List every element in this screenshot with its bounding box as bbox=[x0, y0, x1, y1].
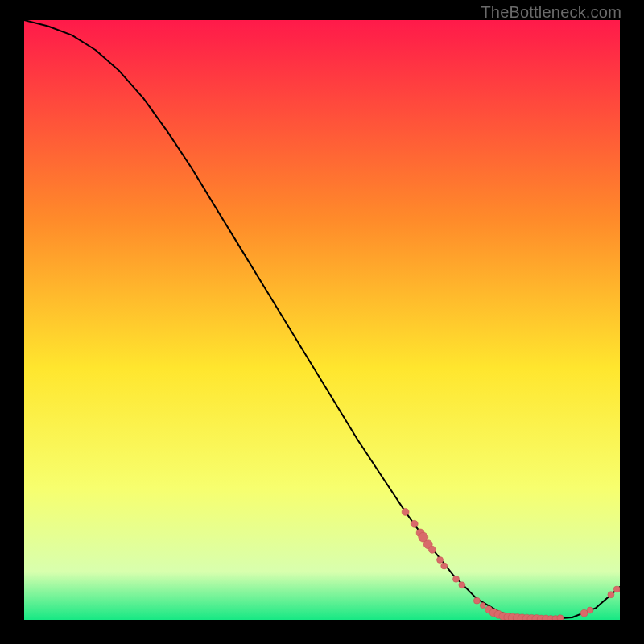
data-marker bbox=[613, 586, 620, 592]
chart-frame bbox=[24, 20, 620, 620]
data-marker bbox=[580, 609, 588, 617]
data-marker bbox=[473, 597, 480, 604]
bottleneck-chart bbox=[24, 20, 620, 620]
data-marker bbox=[437, 557, 444, 564]
data-marker bbox=[402, 508, 409, 515]
data-marker bbox=[428, 546, 436, 553]
data-marker bbox=[453, 576, 460, 582]
data-marker bbox=[441, 563, 448, 569]
gradient-background bbox=[24, 20, 620, 620]
data-marker bbox=[587, 607, 593, 613]
watermark-text: TheBottleneck.com bbox=[481, 3, 621, 22]
data-marker bbox=[557, 615, 564, 620]
data-marker bbox=[459, 582, 465, 588]
data-marker bbox=[608, 592, 614, 598]
data-marker bbox=[480, 603, 485, 609]
data-marker bbox=[411, 520, 418, 527]
